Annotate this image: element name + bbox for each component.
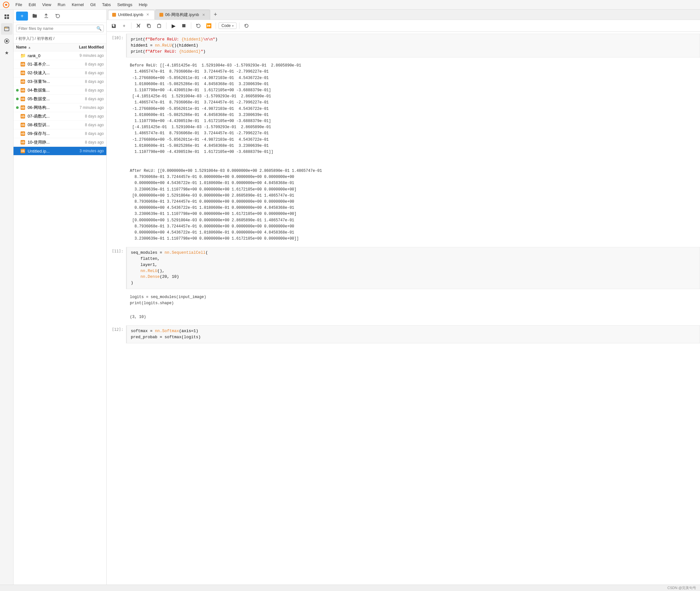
file-item[interactable]: nb 09-保存与... 8 days ago	[13, 129, 106, 138]
upload-button[interactable]	[42, 12, 51, 20]
file-list: 📁 rank_0 9 minutes ago nb 01-基本介... 8 da…	[13, 51, 106, 585]
notebook-toolbar: + ▶ ⏹ ⏩ Code ▾	[107, 20, 700, 32]
restart-circle-button[interactable]	[242, 21, 251, 30]
new-button[interactable]: +	[16, 12, 28, 20]
column-name[interactable]: Name ▲	[16, 45, 68, 50]
search-input[interactable]	[18, 26, 97, 31]
notebook-file-icon: nb	[20, 113, 26, 119]
notebook-tab[interactable]: 06-网络构建.ipynb ✕	[155, 10, 210, 19]
new-tab-button[interactable]: +	[211, 10, 220, 19]
cell-number	[107, 291, 126, 309]
breadcrumb: / 初学入门 / 初学教程 /	[13, 35, 106, 43]
notebook-cell: (3, 10)	[107, 311, 700, 323]
file-item[interactable]: nb 04-数据集... 8 days ago	[13, 86, 106, 95]
file-modified: 9 minutes ago	[68, 53, 104, 58]
toolbar-separator-1	[131, 22, 131, 29]
filebrowser-icon[interactable]	[1, 23, 12, 35]
sort-arrow-icon: ▲	[28, 46, 31, 49]
notebook-cell[interactable]: [10]:print(f"Before ReLU: {hidden1}\n\n"…	[107, 33, 700, 58]
paste-button[interactable]	[155, 21, 164, 30]
file-name: Untitled.ip...	[27, 149, 68, 153]
file-modified: 8 days ago	[68, 79, 104, 84]
svg-rect-7	[6, 40, 8, 42]
tab-bar: Untitled.ipynb ✕ 06-网络构建.ipynb ✕ +	[107, 10, 700, 20]
menu-help[interactable]: Help	[136, 2, 151, 8]
file-item[interactable]: nb 05-数据变... 8 days ago	[13, 95, 106, 104]
menu-kernel[interactable]: Kernel	[68, 2, 87, 8]
dot-indicator	[16, 106, 19, 109]
file-item[interactable]: nb 06-网络构... 7 minutes ago	[13, 104, 106, 112]
breadcrumb-text: / 初学入门 / 初学教程 /	[16, 36, 54, 42]
output-cell: Before ReLU: [[-4.1851425e-01 1.5291004e…	[126, 60, 700, 158]
file-modified: 8 days ago	[68, 88, 104, 92]
file-modified: 8 days ago	[68, 123, 104, 127]
running-icon[interactable]	[1, 35, 12, 47]
tab-close-button[interactable]: ✕	[201, 12, 206, 17]
copy-button[interactable]	[144, 21, 153, 30]
file-item[interactable]: nb 07-函数式... 8 days ago	[13, 112, 106, 121]
add-cell-button[interactable]: +	[120, 21, 128, 30]
code-cell[interactable]: seq_modules = nn.SequentialCell( flatten…	[126, 247, 700, 289]
tab-close-button[interactable]: ✕	[145, 12, 151, 17]
output-cell: logits = seq_modules(input_image) print(…	[126, 291, 700, 309]
notebook-file-icon: nb	[20, 79, 26, 84]
file-name: 01-基本介...	[27, 61, 68, 67]
notebook-file-icon: nb	[20, 61, 26, 67]
menu-tabs[interactable]: Tabs	[99, 2, 114, 8]
notebook-file-icon: nb	[20, 96, 26, 102]
menu-edit[interactable]: Edit	[25, 2, 39, 8]
file-name: 09-保存与...	[27, 131, 68, 136]
file-name: rank_0	[27, 53, 68, 58]
toolbar-separator-3	[191, 22, 191, 29]
cell-number: [11]:	[107, 247, 126, 289]
open-folder-button[interactable]	[30, 12, 40, 20]
fast-forward-button[interactable]: ⏩	[204, 21, 213, 30]
file-modified: 8 days ago	[68, 97, 104, 101]
file-item[interactable]: nb 02-快速入... 8 days ago	[13, 69, 106, 77]
cut-button[interactable]	[134, 21, 143, 30]
tab-label: 06-网络构建.ipynb	[165, 12, 199, 18]
cell-body: After ReLU: [[0.0000000e+00 1.5291004e-0…	[126, 166, 700, 245]
restart-button[interactable]	[194, 21, 203, 30]
svg-rect-5	[4, 27, 9, 31]
file-item[interactable]: nb Untitled.ip... 3 minutes ago	[13, 147, 106, 155]
file-item[interactable]: nb 10-使用静... 8 days ago	[13, 138, 106, 147]
menu-git[interactable]: Git	[87, 2, 99, 8]
output-cell: After ReLU: [[0.0000000e+00 1.5291004e-0…	[126, 166, 700, 245]
column-modified[interactable]: Last Modified	[68, 45, 104, 50]
interrupt-button[interactable]: ⏹	[179, 21, 188, 30]
kernel-type-label: Code	[222, 23, 231, 28]
search-box[interactable]: 🔍	[16, 25, 104, 32]
file-name: 10-使用静...	[27, 139, 68, 145]
cell-body: (3, 10)	[126, 312, 700, 323]
notebook-file-icon: nb	[20, 148, 26, 154]
menu-run[interactable]: Run	[54, 2, 68, 8]
file-item[interactable]: nb 03-张量Te... 8 days ago	[13, 77, 106, 86]
menu-settings[interactable]: Settings	[114, 2, 136, 8]
icon-bar	[0, 10, 13, 585]
cell-number	[107, 166, 126, 245]
menu-file[interactable]: File	[12, 2, 25, 8]
file-item[interactable]: 📁 rank_0 9 minutes ago	[13, 51, 106, 60]
kernel-select[interactable]: Code ▾	[219, 22, 237, 29]
refresh-button[interactable]	[53, 12, 63, 20]
file-modified: 8 days ago	[68, 140, 104, 144]
extensions-icon[interactable]	[1, 48, 12, 59]
tab-label: Untitled.ipynb	[118, 12, 143, 17]
notebook-cell[interactable]: [11]:seq_modules = nn.SequentialCell( fl…	[107, 246, 700, 290]
notebook-cell[interactable]: [12]:softmax = nn.Softmax(axis=1) pred_p…	[107, 325, 700, 344]
code-cell[interactable]: print(f"Before ReLU: {hidden1}\n\n") hid…	[126, 34, 700, 58]
file-item[interactable]: nb 08-模型训... 8 days ago	[13, 121, 106, 129]
notebook-tab[interactable]: Untitled.ipynb ✕	[108, 10, 155, 19]
watermark-text: CSDN @完美句号	[667, 586, 696, 590]
file-item[interactable]: nb 01-基本介... 8 days ago	[13, 60, 106, 69]
file-name: 05-数据变...	[27, 96, 68, 102]
files-icon[interactable]	[1, 11, 12, 22]
notebook-cell: logits = seq_modules(input_image) print(…	[107, 291, 700, 310]
code-cell[interactable]: softmax = nn.Softmax(axis=1) pred_probab…	[126, 325, 700, 343]
svg-rect-8	[148, 25, 151, 27]
save-button[interactable]	[109, 21, 118, 30]
menu-view[interactable]: View	[39, 2, 54, 8]
run-button[interactable]: ▶	[169, 21, 178, 30]
file-modified: 3 minutes ago	[68, 149, 104, 153]
